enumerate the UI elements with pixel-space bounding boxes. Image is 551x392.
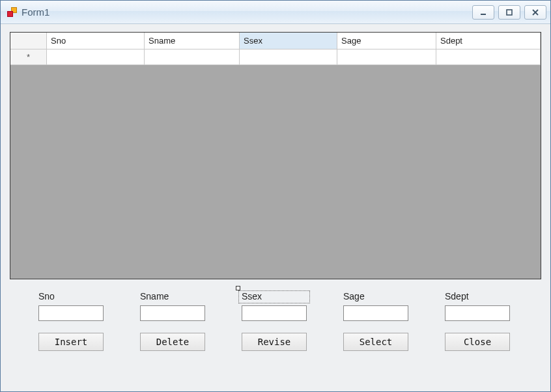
select-button[interactable]: Select [343,333,408,351]
label-sage: Sage [343,291,408,301]
cell-sdept[interactable] [436,49,541,65]
col-header-sage[interactable]: Sage [337,33,436,49]
minimize-button[interactable] [472,5,494,20]
col-header-sno[interactable]: Sno [47,33,145,49]
close-form-button[interactable]: Close [445,333,510,351]
designer-handle[interactable] [236,286,240,290]
cell-ssex[interactable] [240,49,337,65]
field-ssex: Ssex [242,291,307,321]
delete-button[interactable]: Delete [140,333,205,351]
input-sname[interactable] [140,305,205,321]
grid-empty-area [10,65,541,279]
input-sdept[interactable] [445,305,510,321]
label-sname: Sname [140,291,205,301]
titlebar[interactable]: Form1 [1,1,550,24]
grid-new-row[interactable]: * [10,49,541,65]
svg-rect-1 [507,10,512,15]
col-header-ssex[interactable]: Ssex [240,33,337,49]
input-ssex[interactable] [242,305,307,321]
col-header-sdept[interactable]: Sdept [436,33,541,49]
label-sno: Sno [38,291,104,301]
input-sno[interactable] [38,305,104,321]
field-sno: Sno [38,291,104,321]
cell-sno[interactable] [47,49,145,65]
grid-header-row: Sno Sname Ssex Sage Sdept [10,33,541,49]
field-sname: Sname [140,291,205,321]
label-ssex[interactable]: Ssex [238,290,310,303]
app-icon [7,7,18,18]
field-sdept: Sdept [445,291,510,321]
data-grid[interactable]: Sno Sname Ssex Sage Sdept * [10,32,541,279]
insert-button[interactable]: Insert [38,333,104,351]
cell-sage[interactable] [337,49,436,65]
field-sage: Sage [343,291,408,321]
client-area: Sno Sname Ssex Sage Sdept * Sno [1,24,550,391]
label-sdept: Sdept [445,291,510,301]
window-form1: Form1 Sno Sname Ssex Sage Sdept * [0,0,551,392]
grid-corner[interactable] [10,33,47,49]
revise-button[interactable]: Revise [242,333,307,351]
col-header-sname[interactable]: Sname [145,33,240,49]
button-row: Insert Delete Revise Select Close [10,333,541,354]
maximize-button[interactable] [498,5,520,20]
input-sage[interactable] [343,305,408,321]
window-title: Form1 [21,7,49,18]
row-header-new[interactable]: * [10,49,47,65]
cell-sname[interactable] [145,49,240,65]
input-fields-row: Sno Sname Ssex Sage Sdept [10,291,541,321]
close-button[interactable] [524,5,546,20]
